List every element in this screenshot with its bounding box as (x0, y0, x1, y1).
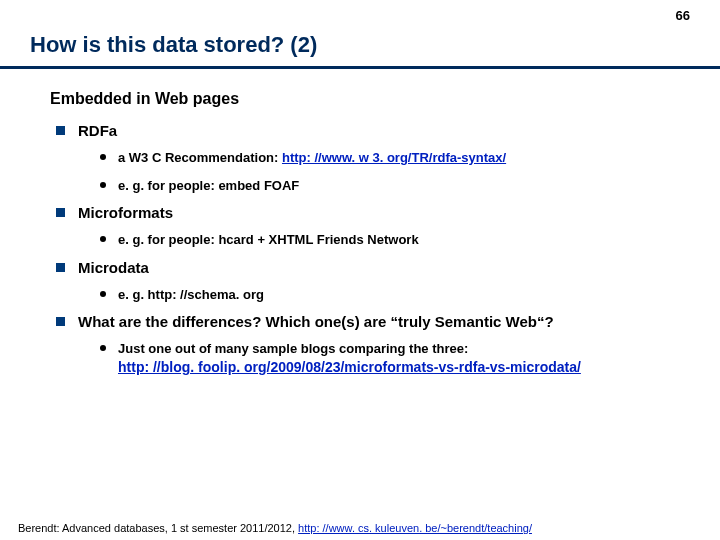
sub-bullet: e. g. for people: hcard + XHTML Friends … (118, 231, 700, 249)
comparison-blog-link[interactable]: http: //blog. foolip. org/2009/08/23/mic… (118, 359, 581, 375)
rdfa-syntax-link[interactable]: http: //www. w 3. org/TR/rdfa-syntax/ (282, 150, 506, 165)
slide-footer: Berendt: Advanced databases, 1 st semest… (18, 522, 710, 534)
footer-link[interactable]: http: //www. cs. kuleuven. be/~berendt/t… (298, 522, 532, 534)
page-title: How is this data stored? (2) (30, 32, 317, 58)
slide-body: Embedded in Web pages RDFa a W3 C Recomm… (50, 90, 700, 387)
sub-bullet-text: a W3 C Recommendation: (118, 150, 282, 165)
sub-bullet-text: Just one out of many sample blogs compar… (118, 341, 468, 356)
slide: 66 How is this data stored? (2) Embedded… (0, 0, 720, 540)
title-divider (0, 66, 720, 69)
sub-bullet-text: e. g. http: //schema. org (118, 287, 264, 302)
sub-bullet-text: e. g. for people: hcard + XHTML Friends … (118, 232, 419, 247)
sub-bullet: e. g. http: //schema. org (118, 286, 700, 304)
bullet-label: Microformats (78, 204, 173, 221)
sub-bullet: a W3 C Recommendation: http: //www. w 3.… (118, 149, 700, 167)
bullet-label: RDFa (78, 122, 117, 139)
footer-text: Berendt: Advanced databases, 1 st semest… (18, 522, 298, 534)
bullet-differences: What are the differences? Which one(s) a… (78, 313, 700, 376)
bullet-rdfa: RDFa a W3 C Recommendation: http: //www.… (78, 122, 700, 194)
bullet-label: What are the differences? Which one(s) a… (78, 313, 554, 330)
bullet-label: Microdata (78, 259, 149, 276)
bullet-microdata: Microdata e. g. http: //schema. org (78, 259, 700, 304)
sub-bullet-text: e. g. for people: embed FOAF (118, 178, 299, 193)
sub-bullet: e. g. for people: embed FOAF (118, 177, 700, 195)
sub-bullet: Just one out of many sample blogs compar… (118, 340, 700, 376)
bullet-microformats: Microformats e. g. for people: hcard + X… (78, 204, 700, 249)
page-number: 66 (676, 8, 690, 23)
section-heading: Embedded in Web pages (50, 90, 700, 108)
